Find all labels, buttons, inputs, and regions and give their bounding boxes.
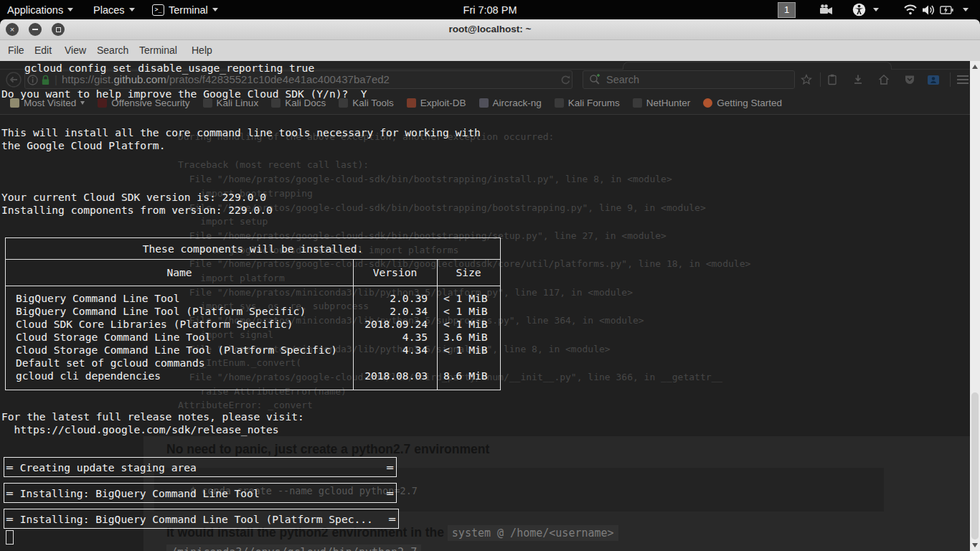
toolbar-separator	[820, 72, 821, 87]
minimize-button[interactable]	[29, 23, 42, 36]
search-field: Search	[583, 70, 795, 89]
terminal-line: https://cloud.google.com/sdk/release_not…	[1, 423, 279, 436]
table-row: Default set of gcloud commands	[6, 357, 500, 369]
progress-box-bigquery-platform: ═ Installing: BigQuery Command Line Tool…	[4, 509, 399, 529]
bookmark-kali-forums: Kali Forums	[555, 98, 620, 108]
table-row: Cloud Storage Command Line Tool (Platfor…	[6, 344, 500, 357]
url-path: /pratos/f42835521c10de4e41ac400437ba7ed2	[166, 73, 390, 85]
battery-tray[interactable]	[940, 0, 969, 19]
table-body: BigQuery Command Line Tool 2.0.39 < 1 Mi…	[6, 286, 500, 382]
bookmark-aircrack-ng: Aircrack-ng	[479, 98, 542, 108]
window-menubar: File Edit View Search Terminal Help	[0, 40, 980, 61]
home-icon	[878, 70, 890, 89]
table-row: Cloud Storage Command Line Tool 4.35 3.6…	[6, 331, 500, 344]
volume-tray[interactable]	[922, 0, 936, 19]
volume-icon	[922, 4, 936, 16]
url-scheme: https://gist.	[62, 73, 114, 85]
screen-recorder-tray[interactable]	[820, 0, 833, 19]
workspace-indicator[interactable]: 1	[778, 2, 796, 18]
clipboard-icon	[826, 70, 838, 89]
pocket-icon	[904, 70, 915, 89]
accessibility-tray[interactable]	[852, 0, 879, 19]
reload-icon	[560, 70, 571, 89]
favicon	[407, 98, 416, 108]
battery-icon	[940, 5, 955, 15]
search-icon	[589, 74, 600, 85]
bookmark-getting-started: Getting Started	[703, 98, 782, 108]
scroll-up-arrow[interactable]	[972, 65, 978, 69]
inline-code: /miniconda3//envs/gcloud/bin/python2.7	[166, 545, 421, 551]
desktop: Applications Places >_ Terminal Fri 7:08…	[0, 0, 980, 551]
terminal-line: Installing components from version: 229.…	[1, 204, 273, 217]
video-camera-icon	[820, 4, 833, 15]
table-column-divider	[437, 259, 438, 390]
bookmark-exploit-db: Exploit-DB	[407, 98, 466, 108]
network-tray[interactable]	[904, 0, 917, 19]
progress-box-staging: ═ Creating update staging area ═	[4, 457, 397, 477]
menu-file[interactable]: File	[8, 40, 24, 61]
toolbar-separator	[950, 72, 951, 87]
table-caption: These components will be installed.	[6, 238, 500, 260]
progress-box-bigquery: ═ Installing: BigQuery Command Line Tool…	[4, 483, 397, 503]
window-title: root@localhost: ~	[0, 19, 980, 39]
back-arrow-icon	[6, 72, 22, 88]
column-header-version: Version	[353, 260, 437, 286]
chevron-down-icon	[963, 8, 969, 11]
url-domain: github.com	[113, 73, 166, 85]
minimize-icon	[32, 29, 38, 30]
close-button[interactable]: ×	[6, 23, 19, 36]
toolbar-divider	[0, 114, 970, 115]
terminal-line-command: gcloud config set disable_usage_reportin…	[24, 62, 314, 75]
inline-code: system @ /home/<username>	[448, 525, 618, 541]
favicon	[633, 98, 642, 108]
menu-terminal[interactable]: Terminal	[139, 40, 177, 61]
maximize-button[interactable]	[52, 23, 65, 36]
favicon	[555, 98, 564, 108]
components-table: These components will be installed. Name…	[5, 237, 501, 390]
table-row: BigQuery Command Line Tool 2.0.39 < 1 Mi…	[6, 292, 500, 305]
scrollbar-thumb[interactable]	[971, 392, 979, 540]
table-row: Cloud SDK Core Libraries (Platform Speci…	[6, 318, 500, 331]
wifi-icon	[904, 4, 917, 15]
webpage-heading: No need to panic, just create a python2.…	[166, 442, 489, 457]
table-row: gcloud cli dependencies 2018.08.03 8.6 M…	[6, 369, 500, 382]
scroll-down-arrow[interactable]	[972, 543, 978, 547]
chevron-down-icon	[873, 8, 879, 11]
column-header-size: Size	[437, 260, 500, 286]
maximize-icon	[56, 27, 61, 32]
terminal-line-prompt: Do you want to help improve the Google C…	[1, 88, 367, 100]
terminal-scrollbar[interactable]	[970, 61, 980, 551]
bookmark-star-icon	[801, 70, 812, 89]
top-panel: Applications Places >_ Terminal Fri 7:08…	[0, 0, 980, 19]
webpage-paragraph-continued: /miniconda3//envs/gcloud/bin/python2.7	[166, 546, 421, 551]
identity-icon	[927, 70, 940, 89]
accessibility-icon	[852, 3, 866, 17]
chevron-down-icon	[80, 101, 85, 105]
terminal-line: For the latest full release notes, pleas…	[1, 410, 304, 423]
browser-active-tab	[623, 62, 892, 70]
tab-strip-line	[892, 69, 970, 70]
terminal-line: This will install all the core command l…	[1, 126, 481, 139]
favicon	[479, 98, 489, 108]
column-header-name: Name	[6, 260, 353, 286]
favicon	[703, 98, 712, 108]
back-button	[6, 70, 22, 89]
hamburger-menu-icon	[957, 70, 969, 89]
download-icon	[852, 70, 864, 89]
search-placeholder: Search	[606, 74, 639, 85]
terminal-line: the Google Cloud Platform.	[1, 139, 165, 152]
table-header-row: Name Version Size	[6, 260, 500, 286]
table-row: BigQuery Command Line Tool (Platform Spe…	[6, 305, 500, 318]
terminal-cursor	[6, 530, 14, 545]
menu-edit[interactable]: Edit	[34, 40, 52, 61]
window-titlebar[interactable]: root@localhost: ~ ×	[0, 19, 980, 40]
bookmark-nethunter: NetHunter	[633, 98, 691, 108]
clock[interactable]: Fri 7:08 PM	[0, 0, 980, 19]
terminal-line: Your current Cloud SDK version is: 229.0…	[1, 191, 266, 204]
menu-view[interactable]: View	[65, 40, 86, 61]
terminal-viewport[interactable]: | https://gist.github.com/pratos/f428355…	[0, 61, 980, 551]
table-column-divider	[353, 259, 354, 390]
menu-search[interactable]: Search	[97, 40, 128, 61]
menu-help[interactable]: Help	[192, 40, 212, 61]
